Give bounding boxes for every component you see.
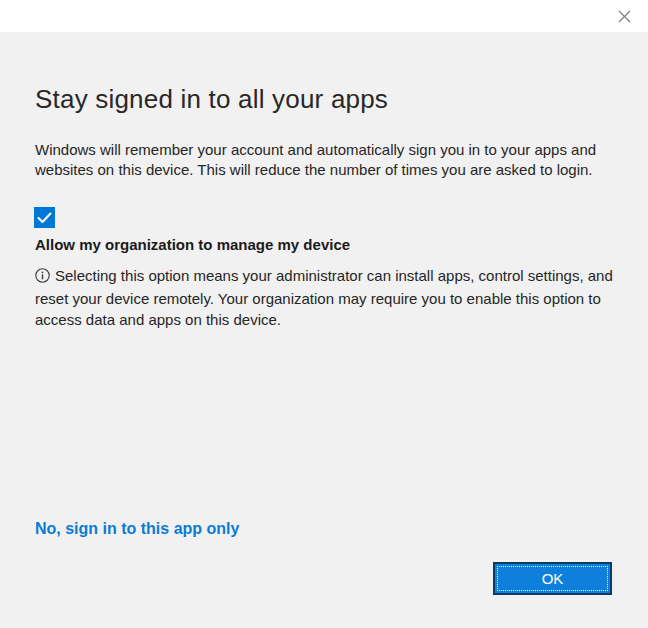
close-button[interactable] — [608, 4, 640, 28]
info-note-text: Selecting this option means your adminis… — [35, 267, 613, 328]
ok-button[interactable]: OK — [493, 562, 612, 595]
titlebar — [0, 0, 648, 32]
dialog-description: Windows will remember your account and a… — [35, 140, 619, 180]
ok-button-label: OK — [542, 570, 564, 587]
manage-device-checkbox[interactable] — [34, 207, 55, 228]
checkmark-icon — [37, 212, 52, 224]
dialog-window: Stay signed in to all your apps Windows … — [0, 0, 648, 628]
page-title: Stay signed in to all your apps — [35, 84, 388, 115]
manage-device-checkbox-label: Allow my organization to manage my devic… — [35, 236, 350, 253]
close-icon — [618, 10, 631, 23]
sign-in-app-only-link[interactable]: No, sign in to this app only — [35, 520, 239, 538]
info-note: Selecting this option means your adminis… — [35, 265, 636, 330]
info-icon — [35, 267, 50, 288]
